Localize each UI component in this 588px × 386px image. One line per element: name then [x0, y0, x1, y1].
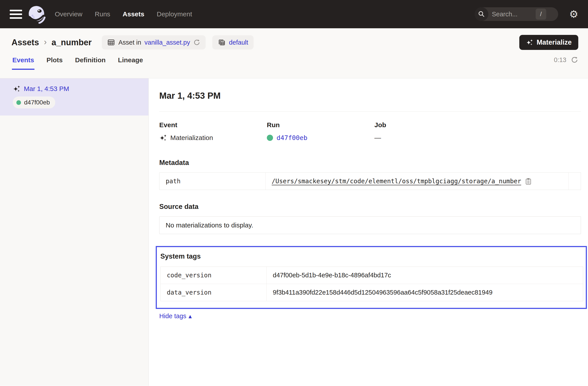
- refresh-area: 0:13: [554, 56, 578, 70]
- breadcrumb: Assets › a_number: [11, 37, 92, 48]
- materialization-sparkle-icon: [159, 134, 167, 142]
- hide-tags-label: Hide tags: [159, 312, 187, 320]
- gear-icon[interactable]: ⚙: [569, 9, 578, 19]
- metadata-extra-cell: [568, 173, 581, 190]
- path-link[interactable]: /Users/smackesey/stm/code/elementl/oss/t…: [272, 178, 521, 185]
- system-tags-table: code_version d47f00eb-5d1b-4e9e-b18c-489…: [160, 266, 583, 301]
- materialize-label: Materialize: [537, 39, 572, 46]
- table-row: code_version d47f00eb-5d1b-4e9e-b18c-489…: [161, 267, 583, 284]
- event-column: Event Materialization: [159, 121, 267, 142]
- metadata-value-cell: /Users/smackesey/stm/code/elementl/oss/t…: [266, 173, 568, 190]
- asset-group-badge: default: [212, 35, 253, 49]
- search-input[interactable]: [488, 11, 536, 18]
- run-success-dot: [267, 135, 273, 141]
- asset-group-link[interactable]: default: [229, 39, 248, 46]
- job-empty-value: —: [374, 134, 381, 142]
- system-tags-heading: System tags: [160, 252, 583, 260]
- job-column-label: Job: [374, 121, 386, 129]
- nav-item-assets[interactable]: Assets: [123, 10, 144, 18]
- metadata-key-cell: path: [160, 173, 266, 190]
- asset-badge-prefix: Asset in: [118, 39, 141, 46]
- metadata-table: path /Users/smackesey/stm/code/elementl/…: [159, 172, 581, 190]
- tabs-row: Events Plots Definition Lineage 0:13: [11, 56, 578, 70]
- event-list-sidebar: Mar 1, 4:53 PM d47f00eb: [0, 78, 149, 386]
- job-column: Job —: [374, 121, 386, 142]
- run-success-dot: [16, 100, 21, 105]
- tab-events[interactable]: Events: [12, 56, 34, 70]
- event-type-value: Materialization: [170, 134, 213, 142]
- event-column-label: Event: [159, 121, 267, 129]
- refresh-icon[interactable]: [571, 56, 578, 64]
- reload-definition-icon[interactable]: [193, 39, 200, 46]
- primary-nav: Overview Runs Assets Deployment: [55, 10, 192, 18]
- table-row: data_version 9f3b411a390fd22e158d446d5d1…: [161, 284, 583, 301]
- dagster-logo[interactable]: [27, 5, 46, 24]
- source-data-section: Source data No materializations to displ…: [159, 203, 581, 234]
- metadata-section: Metadata path /Users/smackesey/stm/code/…: [159, 159, 581, 190]
- run-column: Run d47f00eb: [267, 121, 374, 142]
- event-detail-panel: Mar 1, 4:53 PM Event Materialization: [149, 78, 588, 386]
- source-data-heading: Source data: [159, 203, 581, 211]
- run-column-label: Run: [267, 121, 374, 129]
- event-summary-columns: Event Materialization Run d: [159, 121, 581, 142]
- asset-definition-badge: Asset in vanilla_asset.py: [102, 35, 206, 49]
- nav-item-overview[interactable]: Overview: [55, 10, 82, 18]
- hide-tags-link[interactable]: Hide tags ▲: [159, 312, 192, 320]
- system-tag-value-cell: 9f3b411a390fd22e158d446d5d12504963596aa6…: [267, 284, 583, 301]
- asset-group-icon: [218, 39, 226, 46]
- table-row: path /Users/smackesey/stm/code/elementl/…: [160, 173, 581, 190]
- materialization-sparkle-icon: [13, 85, 20, 93]
- materialize-button[interactable]: Materialize: [519, 35, 578, 50]
- system-tag-key-cell: code_version: [161, 267, 267, 284]
- breadcrumb-asset-name: a_number: [51, 38, 92, 47]
- event-timestamp: Mar 1, 4:53 PM: [13, 85, 148, 93]
- search-shortcut-key: /: [536, 9, 546, 20]
- tab-plots[interactable]: Plots: [46, 56, 63, 70]
- system-tags-highlight-box: System tags code_version d47f00eb-5d1b-4…: [156, 246, 587, 309]
- asset-page-header: Assets › a_number Asset in vanilla_asset…: [0, 28, 588, 78]
- metadata-heading: Metadata: [159, 159, 581, 167]
- tab-lineage[interactable]: Lineage: [118, 56, 143, 70]
- nav-item-runs[interactable]: Runs: [95, 10, 110, 18]
- asset-file-link[interactable]: vanilla_asset.py: [145, 39, 190, 46]
- breadcrumb-assets-link[interactable]: Assets: [11, 38, 39, 47]
- table-icon: [107, 39, 115, 46]
- breadcrumb-chevron-icon: ›: [44, 37, 47, 48]
- top-nav: Overview Runs Assets Deployment / ⚙: [0, 0, 588, 28]
- nav-item-deployment[interactable]: Deployment: [157, 10, 192, 18]
- system-tag-key-cell: data_version: [161, 284, 267, 301]
- system-tag-value-cell: d47f00eb-5d1b-4e9e-b18c-4896af4bd17c: [267, 267, 583, 284]
- sparkle-icon: [526, 39, 533, 46]
- caret-up-icon: ▲: [189, 314, 192, 319]
- breadcrumb-row: Assets › a_number Asset in vanilla_asset…: [11, 35, 578, 50]
- event-detail-title: Mar 1, 4:53 PM: [159, 91, 581, 101]
- run-id-link[interactable]: d47f00eb: [276, 134, 308, 142]
- content-area: Mar 1, 4:53 PM d47f00eb Mar 1, 4:53 PM E…: [0, 78, 588, 386]
- refresh-countdown: 0:13: [554, 56, 566, 64]
- run-id-label: d47f00eb: [24, 99, 50, 106]
- event-timestamp-label: Mar 1, 4:53 PM: [24, 85, 69, 93]
- search-bar[interactable]: /: [475, 7, 558, 21]
- event-list-item-selected[interactable]: Mar 1, 4:53 PM d47f00eb: [0, 78, 148, 116]
- menu-icon[interactable]: [9, 8, 23, 20]
- tab-definition[interactable]: Definition: [75, 56, 106, 70]
- source-data-empty-message: No materializations to display.: [159, 216, 581, 234]
- run-status-badge: d47f00eb: [13, 97, 55, 108]
- divider: [159, 111, 581, 112]
- search-icon: [475, 7, 488, 21]
- copy-icon[interactable]: [525, 178, 532, 185]
